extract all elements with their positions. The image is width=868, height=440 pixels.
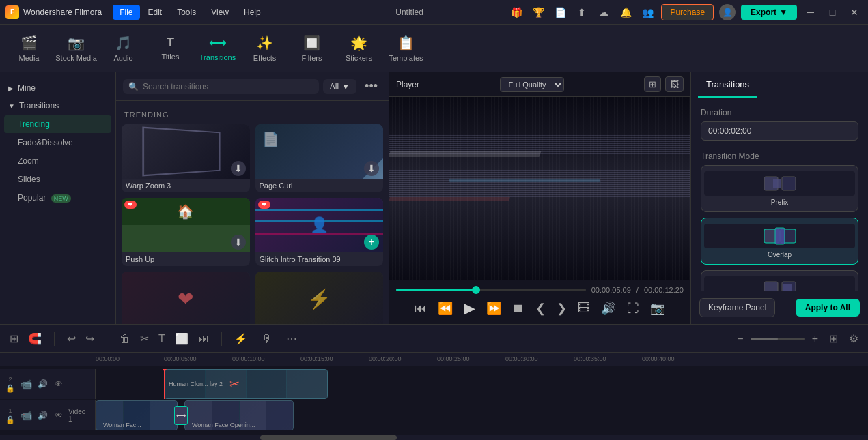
people-icon[interactable]: 👥 [639,4,656,20]
tool-filters[interactable]: 🔲 Filters [290,28,334,69]
progress-thumb[interactable] [472,286,480,294]
grid-toggle-button[interactable]: ⊞ [825,329,842,348]
mode-overlap[interactable]: Overlap [701,218,858,265]
purchase-button[interactable]: Purchase [661,4,714,20]
push-up-download-button[interactable]: ⬇ [231,235,246,250]
transition-card-extra1[interactable]: ❤ Transition [122,272,250,324]
delete-button[interactable]: 🗑 [115,330,135,348]
user-avatar[interactable]: 👤 [719,4,736,20]
hscroll-thumb[interactable] [260,435,397,440]
redo-button[interactable]: ↪ [81,329,98,348]
play-button[interactable]: ▶ [462,298,477,319]
mark-in-button[interactable]: ❮ [534,299,547,317]
clip-woman-face-opening[interactable]: Woman Face Openin... [184,400,294,430]
menu-view[interactable]: View [204,5,236,20]
quality-select[interactable]: Full Quality [500,77,564,92]
download-icon[interactable]: ☁ [596,4,612,20]
more-options-button[interactable]: ••• [361,78,382,95]
progress-track[interactable] [396,289,586,291]
glitch-add-button[interactable]: + [364,235,379,250]
mode-postfix[interactable]: Postfix [701,270,858,291]
clip-button[interactable]: 🎞 [576,300,591,317]
menu-tools[interactable]: Tools [170,5,203,20]
trophy-icon[interactable]: 🏆 [530,4,546,20]
search-input[interactable] [143,82,313,91]
warp-zoom-download-button[interactable]: ⬇ [231,161,246,176]
tool-stock-media[interactable]: 📷 Stock Media [54,28,98,69]
transition-card-glitch-intro[interactable]: 👤 ❤ + Glitch Intro Transition 09 [255,198,384,266]
duration-value[interactable]: 00:00:02:00 [701,121,858,141]
stop-button[interactable]: ⏹ [511,300,526,317]
track-1-lock-button[interactable]: 🔒 [5,415,15,424]
maximize-button[interactable]: □ [824,4,841,20]
timeline-scene-btn[interactable]: ⊞ [5,329,23,348]
sidebar-group-mine[interactable]: ▶ Mine [0,79,115,97]
track-1-icon[interactable]: 📹 [20,410,32,421]
sidebar-item-trending[interactable]: Trending [4,115,111,133]
tool-effects[interactable]: ✨ Effects [242,28,287,69]
tool-transitions[interactable]: ⟷ Transitions [195,28,240,69]
frame-back-button[interactable]: ⏪ [436,299,454,317]
fullscreen-button[interactable]: ⛶ [626,300,641,317]
tab-transitions[interactable]: Transitions [698,72,757,98]
ai-tools-button[interactable]: ⚡ [230,329,252,348]
playhead[interactable] [164,369,165,399]
transition-card-extra2[interactable]: ⚡ Transition [255,272,384,324]
menu-help[interactable]: Help [237,5,268,20]
filter-button[interactable]: All ▼ [323,79,356,94]
sidebar-item-popular[interactable]: Popular NEW [4,189,111,207]
transition-card-page-curl[interactable]: 📄 ⬇ Page Curl [255,124,384,192]
close-button[interactable]: ✕ [846,4,863,20]
transition-marker[interactable]: ⟷ [174,406,188,425]
mode-prefix[interactable]: Prefix [701,165,858,212]
track-1-eye-button[interactable]: 👁 [53,409,64,422]
sidebar-item-slides[interactable]: Slides [4,171,111,188]
transition-card-warp-zoom[interactable]: ⬇ Warp Zoom 3 [122,124,250,192]
clip-human-clone[interactable]: Human Clon... lay 2 ✂ [164,369,328,399]
camera-button[interactable]: 📷 [649,299,667,317]
export-button[interactable]: Export ▼ [741,5,797,20]
zoom-in-button[interactable]: + [808,330,822,348]
frame-forward-button[interactable]: ⏩ [485,299,503,317]
gift-icon[interactable]: 🎁 [508,4,524,20]
track-2-eye-button[interactable]: 👁 [53,378,64,390]
tool-titles[interactable]: T Titles [148,28,193,69]
skip-start-button[interactable]: ⏮ [413,300,428,317]
minimize-button[interactable]: ─ [802,4,819,20]
track-1-audio-button[interactable]: 🔊 [36,409,49,422]
undo-button[interactable]: ↩ [63,329,80,348]
sidebar-item-fade-dissolve[interactable]: Fade&Dissolve [4,134,111,151]
share-icon[interactable]: ⬆ [574,4,590,20]
settings-button[interactable]: ⚙ [845,329,863,348]
volume-button[interactable]: 🔊 [600,299,617,317]
grid-view-button[interactable]: ⊞ [644,76,661,92]
sidebar-item-zoom[interactable]: Zoom [4,152,111,170]
timeline-hscroll[interactable] [0,435,868,440]
keyframe-panel-button[interactable]: Keyframe Panel [699,298,775,317]
voice-button[interactable]: 🎙 [257,330,277,348]
zoom-out-button[interactable]: − [733,330,747,348]
apply-all-button[interactable]: Apply to All [796,299,860,317]
speed-button[interactable]: ⏭ [194,330,213,348]
transition-card-push-up[interactable]: 🏠 ❤ ⬇ Push Up [122,198,250,266]
track-2-icon[interactable]: 📹 [20,379,32,390]
crop-button[interactable]: ⬜ [171,329,193,348]
photo-view-button[interactable]: 🖼 [665,76,684,92]
cut-button[interactable]: ✂ [136,329,153,348]
tool-media[interactable]: 🎬 Media [7,28,51,69]
text-button[interactable]: T [154,330,169,348]
mark-out-button[interactable]: ❯ [555,299,568,317]
sidebar-group-transitions[interactable]: ▼ Transitions [0,97,115,115]
timeline-magnet-btn[interactable]: 🧲 [24,329,46,348]
tool-templates[interactable]: 📋 Templates [384,28,428,69]
bell-icon[interactable]: 🔔 [617,4,634,20]
track-2-audio-button[interactable]: 🔊 [36,378,49,390]
track-2-lock-button[interactable]: 🔒 [5,384,15,393]
document-icon[interactable]: 📄 [552,4,568,20]
tool-stickers[interactable]: 🌟 Stickers [337,28,381,69]
page-curl-download-button[interactable]: ⬇ [364,161,379,176]
zoom-slider[interactable] [751,338,805,340]
clip-woman-face-1[interactable]: Woman Fac... [96,400,178,430]
tool-audio[interactable]: 🎵 Audio [101,28,145,69]
menu-edit[interactable]: Edit [141,5,169,20]
